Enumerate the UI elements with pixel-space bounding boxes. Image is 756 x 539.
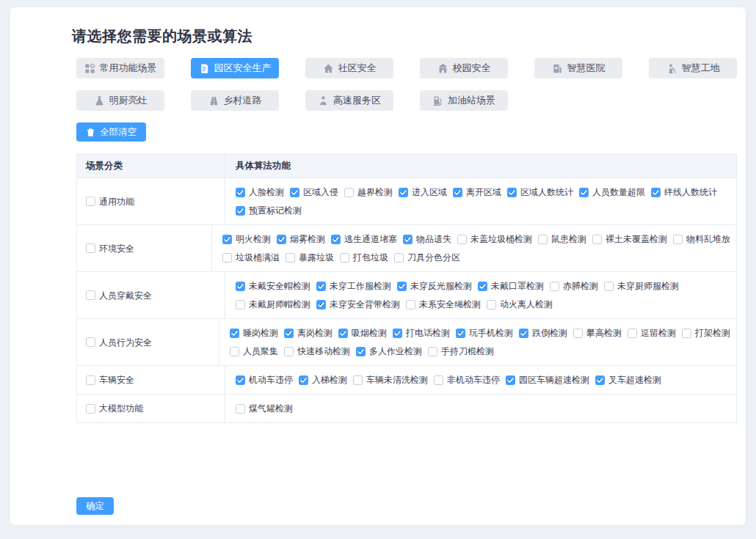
- algorithm-checkbox[interactable]: 越界检测: [344, 186, 393, 199]
- algorithm-checkbox[interactable]: 未盖垃圾桶检测: [457, 232, 532, 246]
- scene-button[interactable]: 智慧工地: [649, 58, 737, 78]
- checkbox-label: 越界检测: [357, 186, 393, 199]
- checkbox: [573, 329, 583, 338]
- scene-button[interactable]: 加油站场景: [420, 90, 508, 111]
- algorithm-checkbox[interactable]: 叉车超速检测: [595, 373, 661, 386]
- checkbox: [397, 282, 407, 291]
- checkbox-label: 手持刀棍检测: [441, 345, 494, 358]
- checkbox-label: 垃圾桶满溢: [236, 251, 280, 264]
- check-icon: [479, 282, 487, 290]
- algorithm-checkbox[interactable]: 裸土未覆盖检测: [592, 232, 667, 246]
- checkbox: [344, 188, 354, 197]
- algorithm-checkbox[interactable]: 未穿厨师服检测: [604, 279, 679, 293]
- checkbox-label: 未戴厨师帽检测: [249, 298, 310, 311]
- algorithm-checkbox[interactable]: 进入区域: [399, 186, 447, 199]
- algorithm-checkbox[interactable]: 快速移动检测: [284, 345, 350, 358]
- algorithm-checkbox[interactable]: 物品遗失: [403, 232, 451, 246]
- category-checkbox[interactable]: 环境安全: [86, 242, 134, 255]
- checkbox-label: 裸土未覆盖检测: [606, 232, 667, 246]
- check-icon: [299, 376, 308, 384]
- algorithm-checkbox[interactable]: 逗留检测: [628, 326, 676, 340]
- checkbox-label: 未系安全绳检测: [419, 298, 481, 311]
- algorithm-checkbox[interactable]: 逃生通道堵塞: [331, 232, 397, 246]
- algorithm-checkbox[interactable]: 打包垃圾: [340, 251, 388, 264]
- clear-all-button[interactable]: 全部清空: [76, 122, 146, 142]
- checkbox: [290, 188, 299, 197]
- algorithm-checkbox[interactable]: 赤膊检测: [550, 279, 598, 293]
- checkbox: [507, 188, 517, 197]
- algorithm-checkbox[interactable]: 区域人数统计: [507, 186, 573, 199]
- checkbox-label: 非机动车违停: [447, 373, 500, 386]
- algorithm-checkbox[interactable]: 刀具分色分区: [394, 251, 460, 264]
- algorithm-checkbox[interactable]: 机动车违停: [236, 373, 293, 386]
- algorithm-checkbox[interactable]: 打电话检测: [393, 326, 450, 340]
- algorithm-checkbox[interactable]: 车辆未清洗检测: [353, 373, 428, 386]
- algorithm-checkbox[interactable]: 离岗检测: [284, 326, 332, 340]
- check-icon: [393, 329, 401, 337]
- checkbox: [651, 188, 661, 197]
- checkbox: [284, 329, 294, 338]
- algorithm-checkbox[interactable]: 未穿工作服检测: [316, 279, 391, 293]
- category-checkbox[interactable]: 通用功能: [86, 195, 134, 208]
- algorithm-checkbox[interactable]: 多人作业检测: [356, 345, 422, 358]
- algorithm-checkbox[interactable]: 人员聚集: [230, 345, 278, 358]
- scene-button[interactable]: 常用功能场景: [76, 58, 164, 78]
- checkbox-label: 预置标记检测: [249, 204, 302, 217]
- algorithm-checkbox[interactable]: 动火离人检测: [487, 298, 553, 311]
- scene-button[interactable]: 社区安全: [305, 58, 393, 78]
- algorithm-checkbox[interactable]: 手持刀棍检测: [428, 345, 494, 358]
- scene-button[interactable]: 校园安全: [420, 58, 508, 78]
- checkbox-label: 车辆安全: [99, 373, 134, 386]
- algorithm-checkbox[interactable]: 离开区域: [453, 186, 501, 199]
- category-cell: 人员行为安全: [77, 319, 219, 365]
- algorithm-checkbox[interactable]: 明火检测: [222, 232, 271, 246]
- algorithm-checkbox[interactable]: 未穿反光服检测: [397, 279, 472, 293]
- category-checkbox[interactable]: 车辆安全: [86, 373, 134, 386]
- algorithm-checkbox[interactable]: 未穿安全背带检测: [316, 298, 400, 311]
- scene-button[interactable]: 智慧医院: [534, 58, 622, 78]
- algorithm-checkbox[interactable]: 未戴口罩检测: [478, 279, 544, 293]
- scene-button[interactable]: 明厨亮灶: [76, 90, 164, 111]
- table-row: 通用功能 人脸检测 区域入侵 越界检测 进入区域 离开区域 区域人数统计 人员数…: [77, 178, 736, 225]
- algorithm-checkbox[interactable]: 未戴厨师帽检测: [236, 298, 310, 311]
- category-checkbox[interactable]: 人员行为安全: [86, 336, 152, 349]
- algorithm-checkbox[interactable]: 暴露垃圾: [286, 251, 334, 264]
- algorithm-checkbox[interactable]: 攀高检测: [573, 326, 622, 340]
- algorithm-checkbox[interactable]: 入梯检测: [299, 373, 347, 386]
- algorithm-checkbox[interactable]: 人员数量超限: [579, 186, 645, 199]
- category-checkbox[interactable]: 大模型功能: [86, 402, 143, 415]
- scene-button-grid: 常用功能场景 园区安全生产 社区安全 校园安全 智慧医院 智慧工地 明厨亮灶 乡…: [76, 58, 737, 111]
- algorithm-checkbox[interactable]: 区域入侵: [290, 186, 338, 199]
- algorithm-checkbox[interactable]: 烟雾检测: [277, 232, 325, 246]
- algorithms-cell: 未戴安全帽检测 未穿工作服检测 未穿反光服检测 未戴口罩检测 赤膊检测 未穿厨师…: [225, 272, 736, 318]
- algorithm-checkbox[interactable]: 吸烟检测: [338, 326, 387, 340]
- confirm-button[interactable]: 确定: [76, 497, 114, 515]
- algorithm-checkbox[interactable]: 园区车辆超速检测: [506, 373, 589, 386]
- scene-button[interactable]: 乡村道路: [191, 90, 279, 111]
- algorithm-checkbox[interactable]: 人脸检测: [236, 186, 284, 199]
- scene-button-label: 高速服务区: [333, 94, 381, 107]
- checkbox-label: 未戴安全帽检测: [249, 279, 310, 293]
- algorithm-checkbox[interactable]: 垃圾桶满溢: [222, 251, 280, 264]
- category-checkbox[interactable]: 人员穿戴安全: [86, 289, 152, 302]
- checkbox-label: 绊线人数统计: [664, 186, 717, 199]
- algorithm-checkbox[interactable]: 非机动车违停: [434, 373, 500, 386]
- scene-button[interactable]: 园区安全生产: [191, 58, 279, 78]
- scene-button[interactable]: 高速服务区: [305, 90, 393, 111]
- algorithm-checkbox[interactable]: 绊线人数统计: [651, 186, 717, 199]
- algorithm-checkbox[interactable]: 预置标记检测: [236, 204, 302, 217]
- checkbox: [86, 337, 95, 347]
- algorithm-checkbox[interactable]: 打架检测: [682, 326, 730, 340]
- algorithm-checkbox[interactable]: 煤气罐检测: [236, 402, 293, 415]
- checkbox-label: 人员数量超限: [592, 186, 645, 199]
- algorithm-checkbox[interactable]: 物料乱堆放: [673, 232, 730, 246]
- table-header-row: 场景分类 具体算法功能: [77, 155, 736, 178]
- algorithm-checkbox[interactable]: 未戴安全帽检测: [236, 279, 310, 293]
- checkbox-label: 未盖垃圾桶检测: [470, 232, 532, 246]
- algorithm-checkbox[interactable]: 玩手机检测: [456, 326, 513, 340]
- algorithm-checkbox[interactable]: 未系安全绳检测: [406, 298, 481, 311]
- algorithm-checkbox[interactable]: 跌倒检测: [519, 326, 567, 340]
- algorithm-checkbox[interactable]: 睡岗检测: [230, 326, 278, 340]
- check-icon: [339, 329, 347, 337]
- algorithm-checkbox[interactable]: 鼠患检测: [538, 232, 586, 246]
